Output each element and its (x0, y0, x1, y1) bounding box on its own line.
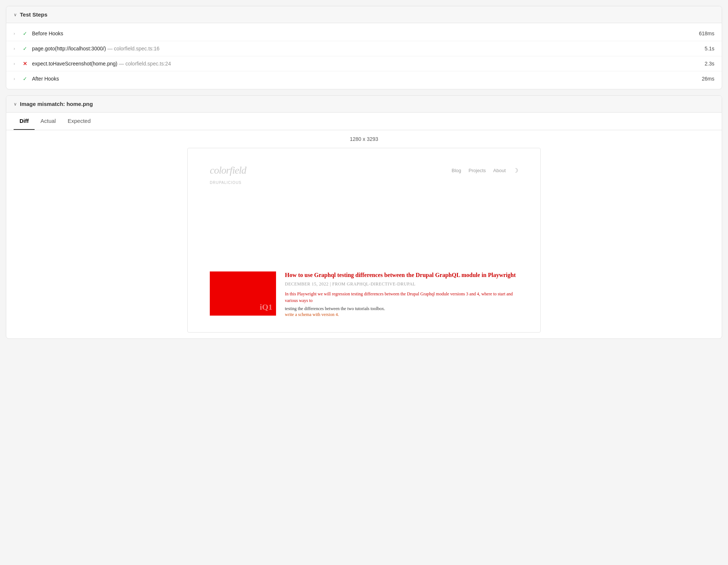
step-duration: 618ms (692, 31, 714, 36)
image-section: 1280 x 3293 colorfield Blog Projects Abo… (6, 130, 722, 338)
step-expand-icon: › (14, 61, 18, 66)
diff-thumbnail: iQ1 (210, 271, 276, 316)
site-body: iQ1 How to use Graphql testing differenc… (195, 257, 533, 325)
nav-theme-icon: ☽ (513, 167, 518, 174)
step-list: › ✓ Before Hooks 618ms › ✓ page.goto(htt… (6, 23, 722, 89)
tab-expected[interactable]: Expected (62, 113, 97, 130)
step-duration: 26ms (692, 76, 714, 82)
test-steps-header[interactable]: ∨ Test Steps (6, 6, 722, 23)
step-expand-icon: › (14, 46, 18, 51)
test-steps-chevron: ∨ (14, 12, 17, 17)
site-nav: colorfield Blog Projects About ☽ (195, 156, 533, 181)
step-pass-icon: ✓ (22, 76, 28, 82)
test-steps-title: Test Steps (20, 11, 47, 18)
diff-article-meta: DECEMBER 15, 2022 | FROM GRAPHQL-DIRECTI… (285, 281, 518, 287)
step-label: After Hooks (32, 76, 689, 82)
step-file-ref: — colorfield.spec.ts:16 (107, 46, 160, 51)
step-expand-icon: › (14, 31, 18, 36)
diff-article-title: How to use Graphql testing differences b… (285, 271, 518, 279)
step-fail-icon: ✕ (22, 61, 28, 67)
step-pass-icon: ✓ (22, 46, 28, 51)
image-dimensions: 1280 x 3293 (14, 136, 714, 142)
diff-container: colorfield Blog Projects About ☽ DRUPALI… (187, 148, 541, 333)
nav-link-projects: Projects (469, 168, 486, 173)
step-expand-icon: › (14, 77, 18, 81)
nav-link-about: About (493, 168, 506, 173)
step-duration: 2.3s (692, 61, 714, 67)
diff-thumbnail-label: iQ1 (260, 302, 272, 312)
diff-article-desc-red: In this Playwright we will regression te… (285, 291, 518, 304)
step-pass-icon: ✓ (22, 31, 28, 36)
image-mismatch-title: Image mismatch: home.png (20, 101, 93, 107)
step-item[interactable]: › ✓ page.goto(http://localhost:3000/) — … (6, 41, 722, 56)
nav-link-blog: Blog (452, 168, 461, 173)
site-logo: colorfield (210, 164, 246, 176)
step-file-ref: — colorfield.spec.ts:24 (119, 61, 171, 67)
image-mismatch-header[interactable]: ∨ Image mismatch: home.png (6, 96, 722, 113)
site-spacer (195, 191, 533, 257)
step-label: Before Hooks (32, 31, 689, 36)
tabs-bar: Diff Actual Expected (6, 113, 722, 130)
diff-article-content: How to use Graphql testing differences b… (285, 271, 518, 317)
step-label: expect.toHaveScreenshot(home.png) — colo… (32, 61, 689, 67)
site-drupalicious-label: DRUPALICIOUS (195, 181, 533, 191)
diff-article-link: write a schema with version 4. (285, 312, 518, 317)
step-item[interactable]: › ✕ expect.toHaveScreenshot(home.png) — … (6, 56, 722, 71)
step-item[interactable]: › ✓ Before Hooks 618ms (6, 26, 722, 41)
tab-actual[interactable]: Actual (35, 113, 62, 130)
step-label: page.goto(http://localhost:3000/) — colo… (32, 46, 689, 51)
diff-article-desc-normal: testing the differences between the two … (285, 305, 518, 312)
image-mismatch-panel: ∨ Image mismatch: home.png Diff Actual E… (6, 95, 722, 339)
step-item[interactable]: › ✓ After Hooks 26ms (6, 71, 722, 86)
step-duration: 5.1s (692, 46, 714, 51)
tab-diff[interactable]: Diff (14, 113, 35, 130)
test-steps-panel: ∨ Test Steps › ✓ Before Hooks 618ms › ✓ … (6, 6, 722, 89)
site-nav-links: Blog Projects About ☽ (452, 167, 518, 174)
image-mismatch-chevron: ∨ (14, 102, 17, 107)
site-preview: colorfield Blog Projects About ☽ DRUPALI… (195, 156, 533, 325)
